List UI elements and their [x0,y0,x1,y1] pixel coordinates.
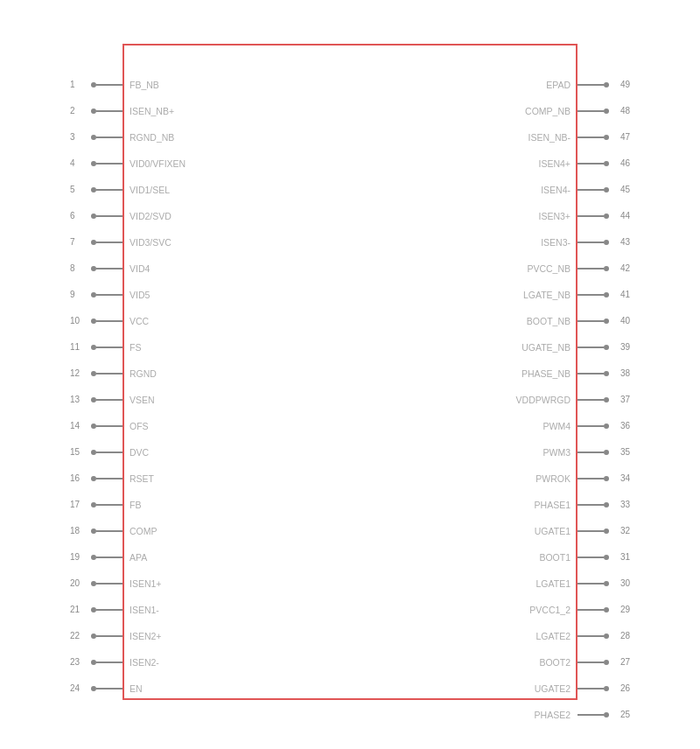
pin-line [578,294,604,296]
pin-label: OFS [130,422,149,431]
right-pin-29: PVCC1_2 29 [578,607,630,612]
chip-diagram: 1 FB_NB 2 ISEN_NB+ 3 RGND_NB 4 VID0/VFIX… [70,26,630,718]
left-pin-11: 11 FS [70,345,122,350]
pin-line [96,688,122,690]
left-pin-1: 1 FB_NB [70,82,122,88]
left-pin-2: 2 ISEN_NB+ [70,108,122,114]
right-pin-47: ISEN_NB- 47 [578,135,630,140]
pin-line [578,688,604,690]
left-pin-14: 14 OFS [70,424,122,429]
pin-line [578,556,604,558]
pin-label: VSEN [130,396,155,405]
pin-number: 31 [620,553,630,562]
pin-number: 10 [70,317,80,326]
left-pin-4: 4 VID0/VFIXEN [70,161,122,166]
pin-line [96,556,122,558]
pin-label: UGATE2 [535,684,570,694]
left-pin-12: 12 RGND [70,371,122,376]
left-pin-7: 7 VID3/SVC [70,240,122,245]
pin-dot [604,424,609,429]
pin-line [578,635,604,637]
pin-label: BOOT2 [539,658,570,668]
left-pin-24: 24 EN [70,686,122,691]
chip-body [122,44,578,700]
pin-label: PHASE1 [535,500,570,510]
left-pin-17: 17 FB [70,502,122,508]
pin-line [578,189,604,191]
pin-line [578,609,604,611]
pin-number: 15 [70,448,80,457]
pin-number: 9 [70,290,75,299]
pin-line [96,189,122,191]
right-pin-33: PHASE1 33 [578,502,630,508]
pin-number: 23 [70,658,80,667]
pin-dot [604,502,609,508]
pin-dot [604,292,609,298]
pin-dot [604,476,609,481]
left-pin-5: 5 VID1/SEL [70,187,122,192]
pin-number: 11 [70,343,80,352]
right-pin-31: BOOT1 31 [578,555,630,560]
pin-label: PHASE2 [535,710,570,720]
pin-label: PHASE_NB [522,369,570,379]
pin-number: 42 [620,264,630,273]
pin-line [578,242,604,243]
right-pin-43: ISEN3- 43 [578,240,630,245]
pin-number: 37 [620,396,630,404]
pin-label: RGND [130,369,157,379]
pin-label: PWROK [536,474,570,484]
pin-label: EPAD [546,80,570,90]
pin-label: ISEN_NB- [528,133,570,143]
pin-number: 35 [620,448,630,457]
pin-number: 24 [70,684,80,693]
pin-number: 40 [620,317,630,326]
pin-line [578,425,604,427]
pin-line [578,478,604,480]
pin-line [96,136,122,138]
pin-number: 12 [70,369,80,378]
pin-line [96,373,122,374]
pin-number: 14 [70,422,80,430]
pin-label: PVCC_NB [527,264,570,274]
pin-line [96,530,122,532]
pin-number: 39 [620,343,630,352]
pin-label: UGATE_NB [522,343,570,353]
pin-number: 16 [70,474,80,483]
pin-label: UGATE1 [535,527,570,536]
pin-line [578,163,604,164]
right-pin-41: LGATE_NB 41 [578,292,630,298]
pin-line [96,504,122,506]
pin-line [96,346,122,348]
pin-line [578,399,604,401]
pin-dot [604,555,609,560]
pin-label: ISEN2+ [130,632,161,641]
pin-number: 6 [70,212,75,220]
pin-number: 49 [620,80,630,89]
right-pin-36: PWM4 36 [578,424,630,429]
pin-line [578,583,604,584]
left-pin-3: 3 RGND_NB [70,135,122,140]
pin-number: 29 [620,606,630,614]
left-pin-22: 22 ISEN2+ [70,634,122,639]
left-pin-20: 20 ISEN1+ [70,581,122,586]
pin-line [578,110,604,112]
left-pin-15: 15 DVC [70,450,122,455]
pin-line [96,478,122,480]
pin-line [96,163,122,164]
pin-dot [604,318,609,324]
pin-number: 33 [620,500,630,509]
pin-number: 41 [620,290,630,299]
right-pin-27: BOOT2 27 [578,660,630,665]
pin-number: 20 [70,579,80,588]
left-pin-18: 18 COMP [70,528,122,534]
pin-dot [604,187,609,192]
left-pin-21: 21 ISEN1- [70,607,122,612]
pin-label: PWM3 [543,448,571,458]
pin-line [96,583,122,584]
pin-dot [604,634,609,639]
pin-label: VID4 [130,264,150,274]
left-pin-23: 23 ISEN2- [70,660,122,665]
pin-line [578,452,604,453]
right-pin-39: UGATE_NB 39 [578,345,630,350]
pin-dot [604,450,609,455]
